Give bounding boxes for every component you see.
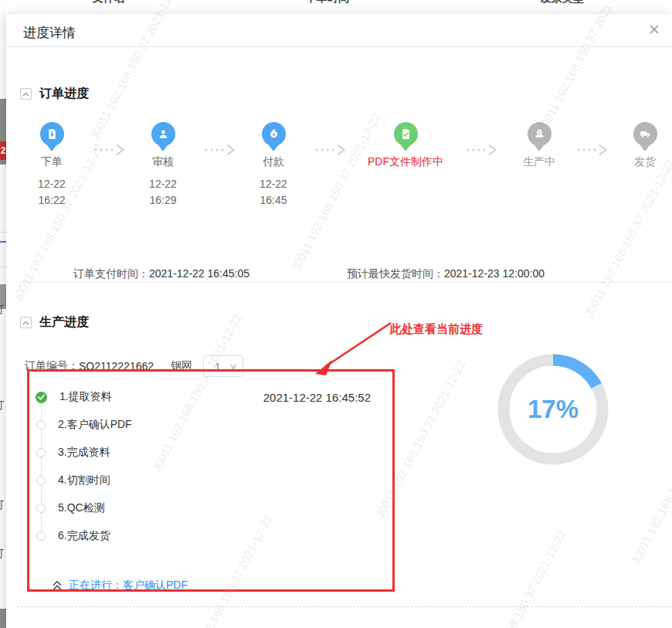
progress-detail-modal: 进度详情 ✕ 订单进度 下单 12-2216:22 审核 xyxy=(6,14,672,628)
bg-col-invoicetype: 发票类型 xyxy=(541,0,584,5)
user-icon xyxy=(151,122,175,146)
dashed-arrow-icon xyxy=(93,142,127,158)
production-step-label: 1.提取资料 xyxy=(59,390,112,404)
production-step-list: 1.提取资料 2021-12-22 16:45:52 2.客户确认PDF 3.完… xyxy=(29,372,392,589)
timeline-step-place-order: 下单 12-2216:22 xyxy=(0,122,106,209)
annotation-text: 此处查看当前进度 xyxy=(390,322,483,337)
production-checklist-box: 1.提取资料 2021-12-22 16:45:52 2.客户确认PDF 3.完… xyxy=(27,369,395,592)
shipping-time: 预计最快发货时间：2021-12-23 12:00:00 xyxy=(347,267,545,281)
timeline-step-payment: ¥ 付款 12-2216:45 xyxy=(219,122,328,209)
empty-circle-icon xyxy=(36,448,46,457)
production-step-label: 4.切割时间 xyxy=(58,474,110,487)
production-step-label: 3.完成资料 xyxy=(58,446,110,460)
dashed-arrow-icon xyxy=(575,142,609,158)
current-step-row: 正在进行：客户确认PDF xyxy=(51,579,188,592)
dashed-arrow-icon xyxy=(203,142,237,158)
collapse-toggle-icon[interactable] xyxy=(20,88,32,100)
bg-clipped-char: 订 xyxy=(0,399,6,412)
close-icon[interactable]: ✕ xyxy=(646,22,663,39)
production-step-label: 6.完成发货 xyxy=(58,529,110,543)
annotation-arrow xyxy=(309,317,402,386)
timeline-step-review: 审核 12-2216:29 xyxy=(109,122,217,209)
bg-col-filename: 文件名 xyxy=(93,0,125,5)
dashed-arrow-icon xyxy=(465,142,499,158)
section-divider xyxy=(19,282,672,283)
empty-circle-icon xyxy=(36,420,46,429)
money-bag-icon: ¥ xyxy=(262,122,286,146)
current-step-label: 正在进行：客户确认PDF xyxy=(69,579,188,592)
double-chevron-up-icon[interactable] xyxy=(51,579,63,592)
check-circle-icon xyxy=(36,392,47,403)
timeline-step-pdf-making: PDF文件制作中 xyxy=(351,122,460,169)
machine-icon xyxy=(528,122,552,146)
step-date: 12-2216:29 xyxy=(109,176,217,209)
truck-icon xyxy=(633,122,657,146)
empty-circle-icon xyxy=(36,476,46,485)
production-step-row: 5.QC检测 xyxy=(29,501,392,515)
background-table-header: 文件名 下单时间 发票类型 xyxy=(6,0,672,14)
production-step-label: 5.QC检测 xyxy=(58,501,105,515)
step-date: 12-2216:22 xyxy=(0,176,106,209)
bg-col-ordertime: 下单时间 xyxy=(306,0,349,5)
production-step-row: 2.客户确认PDF xyxy=(29,418,392,432)
empty-circle-icon xyxy=(36,531,46,541)
bg-clipped-char: 订 xyxy=(0,547,6,561)
header-divider xyxy=(6,46,672,47)
donut-percent-label: 17% xyxy=(491,348,615,471)
step-date: 12-2216:45 xyxy=(219,176,328,209)
page-background: 文件名 下单时间 发票类型 2 订 订 订 订 进度详情 ✕ 订单进度 xyxy=(0,0,672,628)
production-step-row: 4.切割时间 xyxy=(29,474,392,487)
bg-blue-line xyxy=(0,241,6,243)
background-left-strip: 2 订 订 订 订 xyxy=(0,0,6,628)
document-check-icon xyxy=(394,122,418,146)
production-step-label: 2.客户确认PDF xyxy=(58,418,132,432)
bottom-divider xyxy=(17,606,672,607)
bg-clipped-char: 订 xyxy=(0,303,6,317)
order-progress-section-header: 订单进度 xyxy=(20,86,89,102)
section-title-production: 生产进度 xyxy=(39,314,89,331)
collapse-toggle-icon[interactable] xyxy=(20,317,32,328)
bg-clipped-char: 订 xyxy=(0,498,6,512)
production-step-time: 2021-12-22 16:45:52 xyxy=(263,391,371,404)
section-title-order: 订单进度 xyxy=(39,86,89,102)
production-step-row: 1.提取资料 2021-12-22 16:45:52 xyxy=(29,390,392,404)
step-label: PDF文件制作中 xyxy=(351,155,460,169)
step-label: 下单 xyxy=(0,155,106,169)
production-step-row: 3.完成资料 xyxy=(29,446,392,460)
progress-donut-chart: 17% xyxy=(491,348,615,471)
dashed-arrow-icon xyxy=(314,142,348,158)
production-step-row: 6.完成发货 xyxy=(29,529,392,543)
bg-gray-block-bottom xyxy=(0,609,6,628)
production-progress-section-header: 生产进度 xyxy=(20,314,89,331)
modal-title: 进度详情 xyxy=(23,24,76,42)
empty-circle-icon xyxy=(36,504,46,513)
document-download-icon xyxy=(40,122,64,146)
payment-time: 订单支付时间：2021-12-22 16:45:05 xyxy=(73,267,249,281)
